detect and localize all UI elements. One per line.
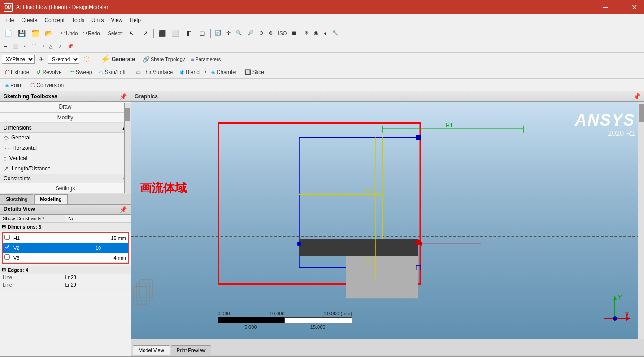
pan-btn[interactable]: ✛	[224, 27, 233, 39]
maximize-button[interactable]: □	[614, 2, 626, 13]
graphics-canvas[interactable]: ANSYS 2020 R1 画流体域	[131, 102, 644, 339]
draw-line-btn[interactable]: ━	[2, 41, 9, 52]
save-btn[interactable]: 💾	[15, 27, 28, 39]
draw-arrow-btn[interactable]: ↗	[56, 41, 64, 52]
sweep-btn[interactable]: 〜 Sweep	[66, 67, 96, 77]
modeling-tab[interactable]: Modeling	[34, 194, 67, 204]
conversion-btn[interactable]: ⬡ Conversion	[27, 81, 67, 90]
sep3	[153, 29, 154, 38]
menu-help[interactable]: Help	[126, 16, 144, 24]
details-pin-icon[interactable]: 📌	[119, 206, 127, 213]
draw-arc3-btn[interactable]: ◝	[39, 41, 46, 52]
point-btn[interactable]: ◈ Point	[2, 81, 26, 90]
pin-icon[interactable]: 📌	[119, 93, 127, 100]
svg-point-14	[613, 316, 617, 321]
dim-vertical[interactable]: ↕ Vertical	[0, 153, 131, 164]
select-mode1[interactable]: ↖	[126, 27, 138, 39]
edge-row-2: Line Ln29	[0, 281, 131, 289]
zoom-sel-btn[interactable]: ⊗	[266, 27, 275, 39]
collapse-edges-icon[interactable]: ⊟	[2, 267, 6, 273]
coordinate-axis: Y X	[599, 294, 631, 325]
blend-dropdown[interactable]: ▼	[204, 70, 207, 74]
menu-units[interactable]: Units	[88, 16, 107, 24]
graphics-panel: Graphics 📌 ANSYS 2020 R1 画流体域	[131, 91, 644, 356]
print-preview-tab[interactable]: Print Preview	[171, 345, 212, 355]
model-view-tab[interactable]: Model View	[133, 345, 170, 355]
thin-surface-btn[interactable]: ▭ Thin/Surface	[133, 68, 176, 77]
draw-arc2-btn[interactable]: ⌒	[29, 41, 39, 52]
dim-length-distance[interactable]: ↗ Length/Distance	[0, 164, 131, 174]
modify-row[interactable]: Modify	[0, 113, 131, 123]
menu-view[interactable]: View	[107, 16, 126, 24]
tools-btn2[interactable]: ◉	[312, 27, 321, 39]
ansys-logo: ANSYS 2020 R1	[575, 111, 635, 138]
tools-btn4[interactable]: 🔧	[330, 27, 341, 39]
constraints-header[interactable]: Constraints ▼	[0, 174, 131, 183]
zoom-fit-btn[interactable]: ⊕	[257, 27, 265, 39]
general-icon: ◇	[4, 134, 9, 141]
view-btn2[interactable]: ⬜	[169, 27, 182, 39]
operations-bar: ⬡ Extrude ↺ Revolve 〜 Sweep ◇ Skin/Loft …	[0, 65, 644, 79]
menu-create[interactable]: Create	[17, 16, 41, 24]
shading-btn[interactable]: ◼	[290, 27, 298, 39]
undo-btn[interactable]: ↩ Undo	[59, 27, 80, 39]
dim-h1-row[interactable]: H1 15 mm	[3, 233, 128, 243]
graphics-pin-icon[interactable]: 📌	[633, 93, 640, 100]
menu-file[interactable]: File	[2, 16, 17, 24]
graphics-scrollbar[interactable]	[638, 102, 644, 339]
collapse-dimensions-icon[interactable]: ⊟	[2, 224, 6, 230]
dim-horizontal[interactable]: ↔ Horizontal	[0, 143, 131, 153]
zoom-out-btn[interactable]: 🔎	[245, 27, 256, 39]
dim-v2-input[interactable]	[95, 245, 126, 251]
draw-arc-btn[interactable]: ◜	[22, 41, 28, 52]
slice-btn[interactable]: 🔲 Slice	[241, 68, 267, 77]
draw-box-btn[interactable]: ⬜	[10, 41, 21, 52]
left-scroll-thumb	[125, 108, 130, 121]
sketching-tab[interactable]: Sketching	[0, 194, 33, 204]
dim-v3-row[interactable]: V3 4 mm	[3, 253, 128, 263]
new-plane-btn[interactable]: ✈	[36, 53, 46, 65]
svg-text:Y: Y	[618, 294, 622, 300]
draw-pin-btn[interactable]: 📌	[65, 41, 76, 52]
view-btn4[interactable]: ◻	[196, 27, 209, 39]
menu-tools[interactable]: Tools	[68, 16, 88, 24]
dim-v2-checkbox[interactable]	[3, 244, 12, 251]
select-mode2[interactable]: ↗	[139, 27, 152, 39]
draw-row[interactable]: Draw	[0, 102, 131, 112]
dim-v3-checkbox[interactable]	[3, 254, 12, 261]
tools-btn3[interactable]: ●	[322, 27, 329, 39]
left-scrollbar[interactable]	[124, 103, 131, 193]
dim-general[interactable]: ◇ General	[0, 133, 131, 143]
blend-btn[interactable]: ◉ Blend	[177, 68, 203, 77]
new-btn[interactable]: 📄	[2, 27, 14, 39]
menu-concept[interactable]: Concept	[41, 16, 68, 24]
edge-2-value: Ln29	[65, 282, 128, 287]
settings-row[interactable]: Settings	[0, 183, 131, 194]
plane-selector[interactable]: XYPlane	[2, 55, 35, 64]
draw-poly-btn[interactable]: △	[47, 41, 55, 52]
share-topology-btn[interactable]: 🔗 Share Topology	[140, 53, 187, 65]
dimensions-header[interactable]: Dimensions ▲	[0, 123, 131, 133]
save2-btn[interactable]: 🗂️	[29, 27, 41, 39]
chamfer-btn[interactable]: ◈ Chamfer	[208, 68, 240, 77]
parameters-btn[interactable]: ≡ Parameters	[189, 53, 223, 65]
open-btn[interactable]: 📂	[42, 27, 55, 39]
revolve-btn[interactable]: ↺ Revolve	[33, 68, 65, 77]
extrude-btn[interactable]: ⬡ Extrude	[2, 68, 32, 77]
generate-button[interactable]: ⚡ Generate	[98, 53, 138, 65]
zoom-in-btn[interactable]: 🔍	[234, 27, 244, 39]
skinloft-btn[interactable]: ◇ Skin/Loft	[96, 68, 129, 77]
view-btn3[interactable]: ◧	[183, 27, 195, 39]
sep4	[210, 29, 211, 38]
minimize-button[interactable]: ─	[599, 2, 612, 13]
tools-btn1[interactable]: ✳	[302, 27, 311, 39]
view-btn1[interactable]: ⬛	[156, 27, 168, 39]
sketch-selector[interactable]: Sketch4	[48, 55, 79, 64]
dim-v2-row[interactable]: V2	[3, 243, 128, 253]
close-button[interactable]: ✕	[628, 2, 640, 13]
new-sketch-btn[interactable]: ⬡	[81, 53, 92, 65]
redo-btn[interactable]: ↪ Redo	[81, 27, 102, 39]
iso-btn[interactable]: ISO	[276, 27, 289, 39]
dim-h1-checkbox[interactable]	[3, 235, 12, 241]
refresh-btn[interactable]: 🔄	[213, 27, 223, 39]
